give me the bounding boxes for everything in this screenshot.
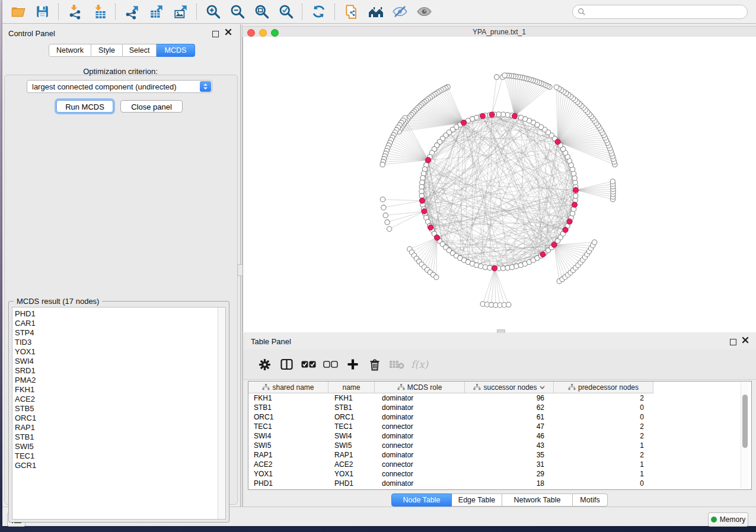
table-scrollbar[interactable] — [741, 383, 749, 488]
table-cell[interactable]: 0 — [554, 403, 653, 412]
table-cell[interactable]: 2 — [554, 431, 653, 441]
delete-column-button[interactable] — [363, 354, 385, 375]
tab-network-table[interactable]: Network Table — [502, 493, 573, 507]
toggle-panes-button[interactable] — [276, 354, 298, 375]
table-cell[interactable]: TEC1 — [248, 422, 328, 431]
mcds-list-item[interactable]: PHD1 — [12, 309, 225, 319]
tab-edge-table[interactable]: Edge Table — [452, 493, 502, 507]
table-row[interactable]: STB1STB1dominator620 — [248, 403, 653, 412]
table-cell[interactable]: connector — [375, 460, 465, 469]
open-session-button[interactable] — [6, 2, 30, 22]
table-cell[interactable]: YOX1 — [248, 469, 328, 479]
table-cell[interactable]: 0 — [554, 479, 653, 488]
column-header-successor-nodes[interactable]: successor nodes — [465, 382, 554, 393]
table-cell[interactable]: dominator — [375, 403, 465, 412]
minimize-traffic-light[interactable] — [259, 29, 267, 37]
table-cell[interactable]: ORC1 — [248, 412, 328, 422]
table-row[interactable]: ACE2ACE2connector311 — [248, 460, 653, 469]
tab-motifs[interactable]: Motifs — [573, 493, 608, 507]
import-network-button[interactable] — [63, 2, 87, 22]
mcds-list-item[interactable]: ORC1 — [12, 414, 225, 423]
table-cell[interactable]: 2 — [554, 450, 653, 460]
network-canvas[interactable] — [243, 37, 756, 332]
criterion-dropdown[interactable]: largest connected component (undirected) — [27, 80, 212, 93]
table-cell[interactable]: 1 — [554, 469, 653, 479]
table-cell[interactable]: 2 — [554, 393, 653, 403]
tab-style[interactable]: Style — [91, 44, 123, 57]
table-cell[interactable]: FKH1 — [248, 393, 328, 403]
table-cell[interactable]: dominator — [375, 412, 465, 422]
zoom-selected-button[interactable] — [274, 2, 298, 22]
float-panel-icon[interactable] — [212, 30, 219, 39]
table-cell[interactable]: 96 — [465, 393, 554, 403]
table-row[interactable]: TEC1TEC1connector472 — [248, 422, 653, 431]
table-cell[interactable]: FKH1 — [328, 393, 375, 403]
table-cell[interactable]: 62 — [465, 403, 554, 412]
table-cell[interactable]: connector — [375, 441, 465, 450]
refresh-view-button[interactable] — [307, 2, 331, 22]
table-cell[interactable]: SWI4 — [248, 431, 328, 441]
clone-network-button[interactable] — [339, 2, 363, 22]
table-cell[interactable]: dominator — [375, 431, 465, 441]
mcds-list-item[interactable]: TID3 — [12, 338, 225, 347]
show-selected-button[interactable] — [412, 2, 436, 22]
table-cell[interactable]: ACE2 — [248, 460, 328, 469]
network-graph[interactable] — [243, 37, 756, 331]
zoom-fit-button[interactable] — [250, 2, 274, 22]
table-scrollbar-thumb[interactable] — [742, 395, 748, 448]
table-cell[interactable]: PHD1 — [328, 479, 375, 488]
table-row[interactable]: YOX1YOX1connector291 — [248, 469, 653, 479]
mcds-list-item[interactable]: TEC1 — [12, 451, 225, 461]
table-float-icon[interactable] — [730, 338, 736, 347]
table-row[interactable]: SWI4SWI4dominator462 — [248, 431, 653, 441]
run-mcds-button[interactable]: Run MCDS — [56, 100, 113, 113]
mcds-list-item[interactable]: RAP1 — [12, 423, 225, 432]
tab-select[interactable]: Select — [123, 44, 157, 57]
tab-mcds[interactable]: MCDS — [157, 44, 195, 57]
table-cell[interactable]: STB1 — [328, 403, 375, 412]
zoom-traffic-light[interactable] — [271, 29, 279, 37]
table-cell[interactable]: 1 — [554, 441, 653, 450]
import-table-button[interactable] — [87, 2, 111, 22]
add-column-button[interactable] — [342, 354, 363, 375]
mcds-list-item[interactable]: ACE2 — [12, 395, 225, 404]
search-input[interactable] — [586, 6, 747, 18]
memory-button[interactable]: Memory — [708, 512, 748, 527]
table-cell[interactable]: ACE2 — [328, 460, 375, 469]
table-cell[interactable]: SWI5 — [328, 441, 375, 450]
table-cell[interactable]: RAP1 — [248, 450, 328, 460]
table-cell[interactable]: 46 — [465, 431, 554, 441]
network-window-titlebar[interactable]: YPA_prune.txt_1 — [243, 26, 756, 38]
table-row[interactable]: RAP1RAP1dominator352 — [248, 450, 653, 460]
export-image-button[interactable] — [168, 2, 193, 22]
table-cell[interactable]: PHD1 — [248, 479, 328, 488]
table-settings-button[interactable] — [254, 354, 276, 375]
table-cell[interactable]: connector — [375, 469, 465, 479]
table-close-icon[interactable] — [742, 336, 749, 344]
table-cell[interactable]: 29 — [465, 469, 554, 479]
zoom-out-button[interactable] — [225, 2, 250, 22]
mcds-list-item[interactable]: FKH1 — [12, 385, 225, 395]
table-cell[interactable]: ORC1 — [328, 412, 375, 422]
mcds-list-item[interactable]: GCR1 — [12, 461, 225, 470]
table-cell[interactable]: STB1 — [248, 403, 328, 412]
mcds-list-item[interactable]: SWI4 — [12, 357, 225, 366]
column-header-shared-name[interactable]: shared name — [248, 382, 328, 393]
table-cell[interactable]: 61 — [465, 412, 554, 422]
mcds-list-item[interactable]: CAR1 — [12, 319, 225, 328]
mcds-result-list[interactable]: PHD1CAR1STP4TID3YOX1SWI4SRD1PMA2FKH1ACE2… — [12, 307, 226, 520]
deselect-all-rows-button[interactable] — [320, 354, 342, 375]
column-header-mcds-role[interactable]: MCDS role — [375, 382, 465, 393]
mcds-list-item[interactable]: SWI5 — [12, 442, 225, 451]
table-cell[interactable]: 35 — [465, 450, 554, 460]
table-row[interactable]: PHD1PHD1dominator180 — [248, 479, 653, 488]
tab-network[interactable]: Network — [49, 44, 91, 57]
hide-selected-button[interactable] — [388, 2, 412, 22]
table-cell[interactable]: 47 — [465, 422, 554, 431]
mcds-list-item[interactable]: STB5 — [12, 404, 225, 414]
zoom-in-button[interactable] — [201, 2, 225, 22]
function-builder-button[interactable]: f(x) — [411, 358, 428, 370]
show-all-networks-button[interactable] — [363, 2, 388, 22]
mcds-list-item[interactable]: SRD1 — [12, 366, 225, 376]
close-panel-button[interactable]: Close panel — [120, 100, 183, 113]
